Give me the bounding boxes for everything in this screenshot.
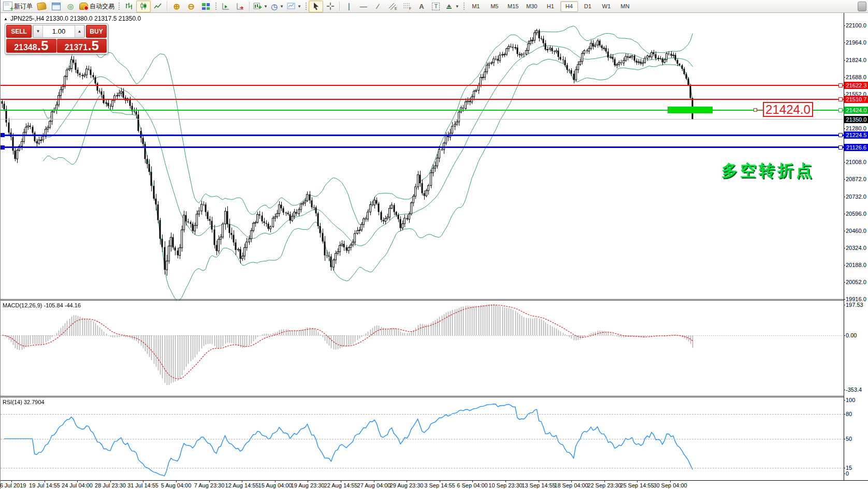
tile-windows-button[interactable] (198, 1, 213, 12)
price-line-label: 21424.0 (844, 107, 868, 114)
timeframe-m30-button[interactable]: M30 (523, 1, 541, 12)
toolbar-grip[interactable] (305, 2, 307, 11)
support-line-2-handle[interactable] (838, 145, 843, 150)
line-chart-button[interactable] (151, 1, 165, 12)
timeframe-h1-button[interactable]: H1 (542, 1, 559, 12)
chevron-down-icon[interactable]: ▼ (264, 4, 268, 9)
resistance-line-1-handle[interactable] (838, 83, 843, 87)
chart-window: ▲ JPN225-,H4 21330.0 21380.0 21317.5 213… (1, 13, 868, 489)
chart-title-text: JPN225-,H4 21330.0 21380.0 21317.5 21350… (10, 15, 141, 22)
chevron-down-icon[interactable]: ▼ (280, 4, 284, 9)
auto-scroll-button[interactable] (233, 1, 248, 12)
pane-separator[interactable] (1, 396, 868, 396)
highlight-rectangle[interactable] (668, 107, 713, 113)
text-button[interactable]: A (414, 1, 429, 12)
buy-price[interactable]: 21371.5 (57, 39, 107, 53)
crosshair-button[interactable] (323, 1, 338, 12)
date-label: 28 Jul 23:30 (95, 482, 126, 488)
horizontal-line-button[interactable]: — (356, 1, 371, 12)
date-axis[interactable]: 16 Jul 201919 Jul 14:5524 Jul 04:0028 Ju… (1, 480, 868, 489)
cursor-button[interactable] (309, 1, 323, 12)
macd-axis-label: 0.00 (846, 332, 857, 338)
timeframe-m1-button[interactable]: M1 (467, 1, 485, 12)
one-click-trading-panel: SELL ▼ 1.00 ▲ BUY 21348.5 21371.5 (5, 23, 108, 54)
support-line-1[interactable] (1, 135, 844, 136)
chevron-down-icon[interactable]: ▼ (455, 4, 459, 9)
toolbar-grip[interactable] (462, 2, 465, 11)
pane-separator (1, 300, 868, 301)
zoom-in-button[interactable]: ⊕ (169, 1, 184, 12)
toolbar-overflow-handle[interactable] (858, 2, 866, 11)
toolbar-grip[interactable] (214, 2, 217, 11)
rsi-level-line (1, 468, 844, 468)
pane-separator[interactable] (1, 299, 868, 300)
candlestick-chart-button[interactable] (136, 1, 151, 12)
support-line-1-handle[interactable] (838, 133, 843, 137)
templates-button[interactable]: ▼ (285, 1, 303, 12)
timeframe-w1-button[interactable]: W1 (598, 1, 615, 12)
zoom-out-button[interactable]: ⊖ (184, 1, 198, 12)
resistance-line-2-handle[interactable] (838, 97, 843, 101)
sell-button[interactable]: SELL (6, 25, 32, 38)
price-axis[interactable]: 22100.021964.021824.021688.021552.021280… (844, 13, 868, 480)
buy-button[interactable]: BUY (86, 25, 107, 38)
sell-price[interactable]: 21348.5 (6, 39, 56, 53)
timeframe-mn-button[interactable]: MN (616, 1, 634, 12)
arrows-button[interactable]: ▼ (443, 1, 461, 12)
support-line-1-left-handle[interactable] (1, 133, 5, 137)
timeframe-m15-button[interactable]: M15 (504, 1, 522, 12)
date-label: 22 Aug 14:55 (324, 482, 358, 488)
vertical-line-button[interactable]: | (342, 1, 356, 12)
market-watch-button[interactable] (34, 1, 49, 12)
new-order-button[interactable]: +新订单 (2, 1, 34, 12)
volume-input[interactable]: 1.00 (43, 25, 75, 37)
resistance-line-2[interactable] (1, 99, 844, 100)
macd-pane-canvas[interactable] (1, 301, 844, 396)
vline-icon: | (348, 3, 350, 10)
auto-scroll-icon (236, 2, 244, 10)
support-line-2-left-handle[interactable] (1, 145, 5, 150)
toolbar-grip[interactable] (118, 2, 120, 11)
price-tick-label: 21688.0 (846, 74, 866, 80)
collapse-arrow-icon[interactable]: ▲ (4, 17, 8, 21)
pivot-line-handle[interactable] (838, 108, 843, 112)
price-pane-canvas[interactable] (1, 13, 844, 300)
hline-icon: — (360, 3, 367, 10)
pivot-line[interactable] (1, 110, 844, 111)
bars-icon (125, 2, 133, 10)
macd-axis-label: 197.53 (846, 302, 863, 308)
signals-button[interactable]: ◎ (63, 1, 78, 12)
cursor-icon (312, 2, 320, 10)
trendline-button[interactable]: ∕ (371, 1, 385, 12)
volume-decrease-button[interactable]: ▼ (33, 25, 43, 37)
metatrader-window: +新订单◎自动交易⊕⊖▼◷▼▼|—∕EFAT▼M1M5M15M30H1H4D1W… (0, 0, 868, 489)
clock-icon: ◷ (271, 3, 278, 10)
fibonacci-button[interactable]: F (400, 1, 414, 12)
zoom-out-icon: ⊖ (187, 3, 194, 10)
volume-increase-button[interactable]: ▲ (75, 25, 84, 37)
annotation-text[interactable]: 多空转折点 (721, 160, 815, 182)
template-icon (287, 2, 295, 10)
chart-shift-button[interactable] (219, 1, 233, 12)
support-line-2[interactable] (1, 146, 844, 148)
price-callout-box[interactable]: 21424.0 (763, 102, 813, 117)
chevron-down-icon[interactable]: ▼ (297, 4, 301, 9)
resistance-line-1[interactable] (1, 85, 844, 86)
data-window-button[interactable] (49, 1, 63, 12)
trendline-icon: ∕ (378, 3, 379, 10)
crosshair-icon (326, 2, 335, 10)
timeframe-m5-button[interactable]: M5 (486, 1, 503, 12)
periods-button[interactable]: ◷▼ (269, 1, 285, 12)
equidistant-channel-button[interactable]: E (385, 1, 400, 12)
bar-chart-button[interactable] (122, 1, 136, 12)
timeframe-d1-button[interactable]: D1 (579, 1, 597, 12)
new-chart-button[interactable]: ▼ (252, 1, 269, 12)
timeframe-h4-button[interactable]: H4 (560, 1, 578, 12)
text-label-button[interactable]: T (429, 1, 443, 12)
current-price-line[interactable] (1, 119, 844, 120)
auto-trading-button[interactable]: 自动交易 (78, 1, 116, 12)
price-tick-label: 20460.0 (846, 228, 866, 234)
date-label: 12 Aug 14:55 (225, 482, 259, 488)
price-tick-label: 21964.0 (846, 39, 866, 46)
date-label: 6 Sep 04:00 (457, 482, 487, 488)
